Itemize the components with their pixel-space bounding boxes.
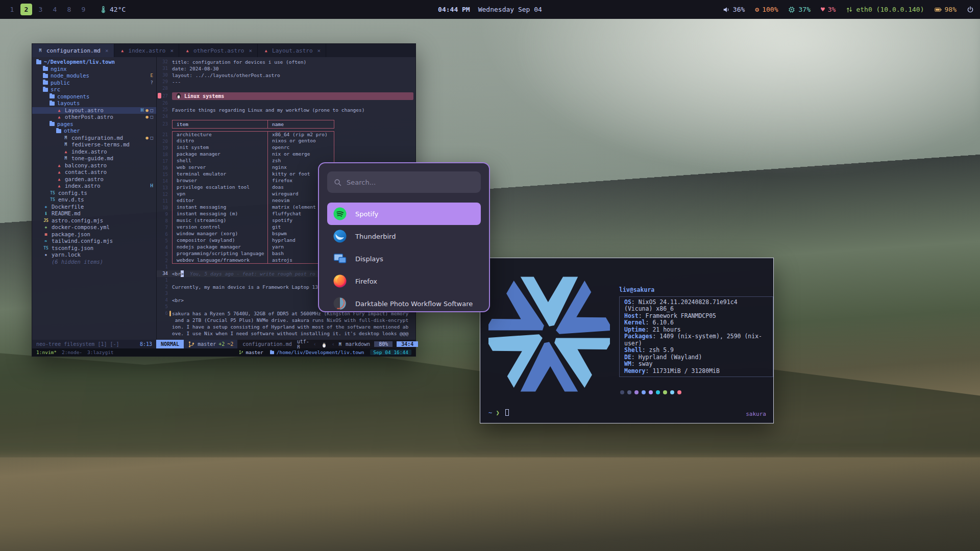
buffer-line[interactable]: 30layout: ../../layouts/otherPost.astro (157, 72, 415, 79)
tab-close-icon[interactable]: × (105, 47, 109, 54)
buffer-line[interactable]: 25Favorite things regarding Linux and my… (157, 107, 415, 113)
workspace-2[interactable]: 2 (20, 4, 32, 15)
buffer-line[interactable]: 24 (157, 113, 415, 120)
module-battery[interactable]: 98% (935, 6, 957, 13)
launcher-item-firefox[interactable]: Firefox (327, 270, 481, 292)
tree-item-nginx[interactable]: nginx (32, 66, 156, 73)
prompt-path: ~ (488, 409, 492, 416)
bufferline: Mconfiguration.md×▲index.astro×▲otherPos… (32, 44, 415, 57)
power-icon[interactable] (967, 6, 974, 13)
scroll-percent: 80% (374, 341, 393, 347)
tree-item-name: (6 hidden items) (52, 259, 103, 266)
lock-icon: ▪ (43, 252, 49, 259)
tree-item-contact.astro[interactable]: ▲contact.astro (32, 169, 156, 176)
tree-item-index.astro[interactable]: ▲index.astroH (32, 183, 156, 190)
launcher-item-spotify[interactable]: Spotify (327, 203, 481, 225)
tree-item-public[interactable]: public? (32, 80, 156, 87)
tab-close-icon[interactable]: × (170, 47, 174, 54)
tree-item-configuration.md[interactable]: Mconfiguration.md●□ (32, 135, 156, 142)
tree-item-docker-compose.yml[interactable]: ◈docker-compose.yml (32, 224, 156, 231)
tree-item-env.d.ts[interactable]: TSenv.d.ts (32, 196, 156, 204)
tree-item-pages[interactable]: pages (32, 121, 156, 128)
workspace-8[interactable]: 8 (63, 4, 75, 15)
module-brightness[interactable]: ⚙100% (755, 6, 778, 13)
table-header-row[interactable]: 23itemname (157, 120, 415, 129)
tree-item-balcony.astro[interactable]: ▲balcony.astro (32, 162, 156, 169)
clock-date: Wednesday Sep 04 (478, 6, 542, 13)
tree-item-name: other (64, 128, 80, 135)
tab-configuration.md[interactable]: Mconfiguration.md× (32, 44, 114, 57)
tree-item-layouts[interactable]: layouts (32, 100, 156, 107)
module-cpu[interactable]: ♥3% (821, 6, 836, 13)
tmux-window-1-nvim-[interactable]: 1:nvim* (36, 349, 57, 355)
line-number: 8 (157, 218, 172, 224)
tree-item-garden.astro[interactable]: ▲garden.astro (32, 176, 156, 183)
tree-item-astro.config.mjs[interactable]: JSastro.config.mjs (32, 217, 156, 224)
penguin-icon (176, 93, 181, 99)
table-row[interactable]: 21architecturex86_64 (rip m2 pro) (157, 131, 415, 138)
tree-item-Layout.astro[interactable]: ▲Layout.astroH●□ (32, 107, 156, 114)
tree-item-tailwind.config.mjs[interactable]: ≈tailwind.config.mjs (32, 238, 156, 245)
launcher-item-darktable-photo-workflow-software[interactable]: Darktable Photo Workflow Software (327, 292, 481, 312)
tree-item-badges: ? (151, 80, 153, 87)
tree-badge: H (141, 107, 143, 114)
tab-close-icon[interactable]: × (249, 47, 252, 54)
tmux-window-2-node-[interactable]: 2:node- (62, 349, 82, 355)
tree-item-yarn.lock[interactable]: ▪yarn.lock (32, 252, 156, 259)
tree-item-Dockerfile[interactable]: ◈Dockerfile (32, 204, 156, 211)
folder-open-icon (50, 102, 55, 106)
buffer-line[interactable]: ove. I use Nix when I need software with… (157, 330, 415, 337)
launcher-item-thunderbird[interactable]: Thunderbird (327, 225, 481, 247)
tree-item-other[interactable]: other (32, 128, 156, 135)
tab-Layout.astro[interactable]: ▲Layout.astro× (258, 44, 326, 57)
markdown-heading-line[interactable]: 27Linux systems (157, 92, 415, 100)
tab-close-icon[interactable]: × (317, 47, 321, 54)
table-row[interactable]: 19init systemopenrc (157, 144, 415, 151)
buffer-line[interactable]: 28 (157, 85, 415, 92)
module-memory[interactable]: 37% (788, 6, 810, 13)
launcher-search-input[interactable]: Search... (327, 171, 481, 193)
table-row[interactable]: 20distronixos or gentoo (157, 138, 415, 144)
neo-tree-panel: ~/Development/liv.town nginxnode_modules… (32, 57, 156, 340)
buffer-line[interactable]: ion. I have a setup consisting of Hyprla… (157, 323, 415, 330)
fetch-info-line: Packages: 1409 (nix-system), 2590 (nix-u… (624, 333, 768, 347)
workspace-9[interactable]: 9 (78, 4, 89, 15)
tree-item-config.ts[interactable]: TSconfig.ts (32, 190, 156, 197)
module-volume[interactable]: 36% (723, 6, 745, 13)
tab-index.astro[interactable]: ▲index.astro× (114, 44, 179, 57)
markdown-icon: M (63, 141, 69, 148)
tree-item-src[interactable]: src (32, 86, 156, 93)
tree-item-node-modules[interactable]: node_modulesE (32, 72, 156, 80)
tree-item--6-hidden-items-[interactable]: (6 hidden items) (32, 259, 156, 266)
workspace-3[interactable]: 3 (35, 4, 46, 15)
workspace-4[interactable]: 4 (49, 4, 61, 15)
tree-item-index.astro[interactable]: ▲index.astro (32, 148, 156, 156)
fetch-info-line: Kernel: 6.10.6 (624, 319, 768, 327)
launcher-item-displays[interactable]: Displays (327, 247, 481, 270)
tree-item-otherPost.astro[interactable]: ▲otherPost.astro●□ (32, 114, 156, 121)
buffer-line[interactable]: and a 2TB (Crucial P5 Plus) NVMe drive. … (157, 317, 415, 323)
tab-otherPost.astro[interactable]: ▲otherPost.astro× (179, 44, 258, 57)
tree-root-path: ~/Development/liv.town (44, 59, 115, 66)
line-number: 6 (157, 231, 172, 237)
tree-item-README.md[interactable]: ℹREADME.md (32, 210, 156, 217)
buffer-line[interactable]: 29--- (157, 79, 415, 85)
tree-item-components[interactable]: components (32, 93, 156, 101)
module-network[interactable]: eth0 (10.0.0.140) (846, 6, 924, 13)
shell-prompt[interactable]: ~ ❯ (488, 409, 509, 416)
tree-item-package.json[interactable]: ■package.json (32, 231, 156, 238)
heart-icon: ♥ (821, 6, 825, 13)
fetch-info-label: WM (624, 360, 631, 367)
line-number: 4 (157, 244, 172, 251)
tree-item-fediverse-terms.md[interactable]: Mfediverse-terms.md (32, 141, 156, 148)
buffer-line[interactable]: 26 (157, 100, 415, 107)
buffer-line[interactable]: 32title: configuration for devices i use… (157, 59, 415, 65)
tree-item-tone-guide.md[interactable]: Mtone-guide.md (32, 155, 156, 162)
table-row[interactable]: 18package managernix or emerge (157, 151, 415, 158)
workspace-1[interactable]: 1 (6, 4, 18, 15)
tree-root[interactable]: ~/Development/liv.town (32, 59, 156, 66)
fetch-info-label: DE (624, 354, 631, 361)
buffer-line[interactable]: 31date: 2024-08-30 (157, 65, 415, 72)
tmux-window-3-lazygit[interactable]: 3:lazygit (87, 349, 113, 355)
tree-item-tsconfig.json[interactable]: TStsconfig.json (32, 245, 156, 252)
